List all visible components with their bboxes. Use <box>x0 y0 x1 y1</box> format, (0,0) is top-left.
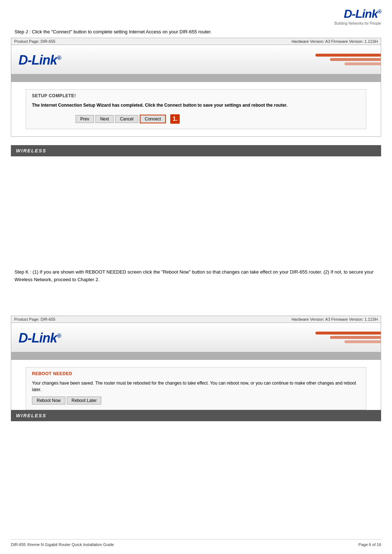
wave-1-k <box>315 332 381 335</box>
router-nav-k <box>11 352 381 360</box>
prev-button[interactable]: Prev <box>75 115 94 123</box>
top-logo: D-Link® Building Networks for People <box>335 7 381 25</box>
wave-1 <box>315 54 381 57</box>
reboot-needed-box: REBOOT NEEDED Your changes have been sav… <box>26 367 366 410</box>
footer-left: DIR-655 Xtreme N Gigabit Router Quick In… <box>11 542 114 547</box>
panel-header-k-right: Hardware Version: A3 Firmware Version: 1… <box>291 317 378 321</box>
page-footer: DIR-655 Xtreme N Gigabit Router Quick In… <box>11 539 381 547</box>
router-ui-logo-j: D-Link® <box>19 53 61 68</box>
setup-complete-title: SETUP COMPLETE! <box>32 93 360 98</box>
router-ui-header-j: D-Link® <box>11 45 381 74</box>
header-waves-k <box>301 323 381 352</box>
wizard-button-row: Prev Next Cancel Connect 1. <box>32 114 360 124</box>
cancel-button[interactable]: Cancel <box>115 115 138 123</box>
router-content-j: SETUP COMPLETE! The Internet Connection … <box>11 82 381 136</box>
panel-header-j-right: Hardware Version: A3 Firmware Version: 1… <box>291 39 378 44</box>
wireless-bar-j: WIRELESS <box>11 145 381 156</box>
footer-right: Page 6 of 16 <box>359 542 381 547</box>
router-ui-logo-k: D-Link® <box>19 331 61 346</box>
reboot-needed-title: REBOOT NEEDED <box>32 371 360 376</box>
router-content-k: REBOOT NEEDED Your changes have been sav… <box>11 360 381 417</box>
reboot-button-row: Reboot Now Reboot Later <box>32 397 360 405</box>
connect-button[interactable]: Connect <box>140 115 166 123</box>
wave-3 <box>344 62 381 65</box>
wave-3-k <box>344 340 381 343</box>
panel-header-k-left: Product Page: DIR-655 <box>14 317 56 321</box>
dlink-logo-text: D-Link® <box>335 7 381 21</box>
reboot-later-button[interactable]: Reboot Later <box>67 397 101 405</box>
step-j-instruction: Step J : Click the "Connect" button to c… <box>15 29 377 34</box>
reboot-now-button[interactable]: Reboot Now <box>32 397 65 405</box>
wave-2 <box>330 58 381 61</box>
header-waves-j <box>301 45 381 74</box>
setup-complete-body: The Internet Connection Setup Wizard has… <box>32 102 360 108</box>
wireless-bar-k: WIRELESS <box>11 410 381 421</box>
panel-header-j-left: Product Page: DIR-655 <box>14 39 56 44</box>
wireless-label-j: WIRELESS <box>11 145 381 156</box>
step-number-badge: 1. <box>170 114 180 124</box>
panel-header-k: Product Page: DIR-655 Hardware Version: … <box>11 316 381 323</box>
setup-complete-box: SETUP COMPLETE! The Internet Connection … <box>26 89 366 129</box>
router-panel-k: Product Page: DIR-655 Hardware Version: … <box>11 316 381 418</box>
reboot-needed-body: Your changes have been saved. The router… <box>32 380 360 393</box>
wireless-label-k: WIRELESS <box>11 410 381 421</box>
panel-header-j: Product Page: DIR-655 Hardware Version: … <box>11 38 381 45</box>
router-panel-j: Product Page: DIR-655 Hardware Version: … <box>11 38 381 137</box>
router-ui-header-k: D-Link® <box>11 323 381 352</box>
wave-2-k <box>330 336 381 339</box>
step-k-instruction: Step K : (1) If you are shown with REBOO… <box>15 268 377 284</box>
logo-tagline: Building Networks for People <box>335 21 381 25</box>
next-button[interactable]: Next <box>95 115 114 123</box>
router-nav-j <box>11 74 381 82</box>
